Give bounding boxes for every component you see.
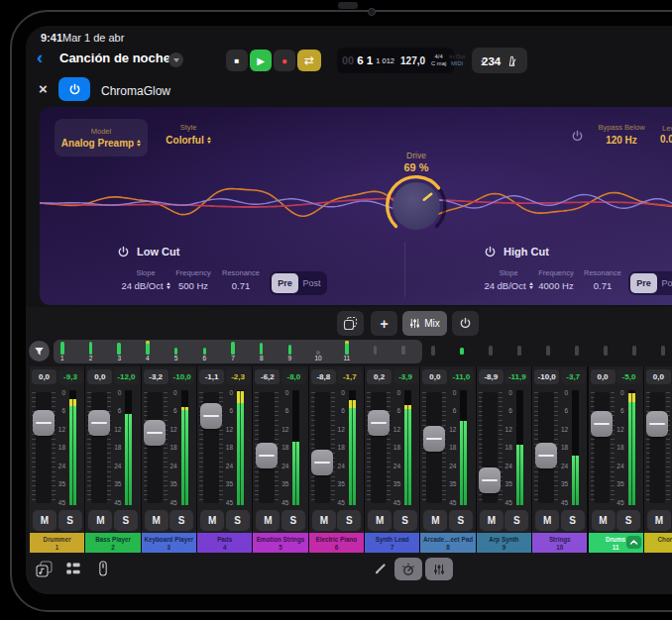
mute-button[interactable]: M (256, 510, 280, 531)
fader-handle[interactable] (33, 410, 55, 436)
volume-badge[interactable]: 0,0 (32, 369, 56, 384)
solo-button[interactable]: S (58, 510, 82, 531)
peak-level-badge[interactable]: -2,3 (226, 369, 251, 384)
volume-badge[interactable]: 0,2 (367, 369, 392, 384)
volume-badge[interactable]: -8,8 (311, 369, 336, 384)
mute-button[interactable]: M (200, 510, 224, 531)
fader-track[interactable] (649, 392, 665, 503)
fader-handle[interactable] (144, 420, 166, 446)
controls-view-button[interactable] (394, 558, 422, 580)
peak-level-badge[interactable]: -3,7 (561, 369, 586, 384)
pre-segment[interactable]: Pre (630, 273, 657, 293)
overview-channel-number[interactable]: 11 (340, 355, 354, 362)
solo-button[interactable]: S (616, 510, 640, 531)
play-button[interactable]: ▶ (250, 50, 272, 71)
style-selector[interactable]: Style Colorful (151, 123, 226, 146)
solo-button[interactable]: S (281, 510, 305, 531)
solo-button[interactable]: S (169, 510, 193, 531)
mute-button[interactable]: M (647, 510, 671, 531)
pre-segment[interactable]: Pre (272, 273, 298, 293)
volume-badge[interactable]: -6,2 (255, 369, 280, 384)
mixer-power-button[interactable] (452, 311, 479, 336)
overview-channel-number[interactable]: 3 (112, 355, 126, 362)
low-cut-resonance[interactable]: Resonance0.71 (209, 268, 273, 291)
fader-track[interactable] (314, 392, 330, 503)
lcd-display[interactable]: 00 6 1 1 012 127,0 4/4 C maj In Out MIDI (337, 48, 454, 73)
peak-level-badge[interactable]: -3,9 (393, 369, 418, 384)
mix-button[interactable]: Mix (402, 311, 447, 336)
track-name-cell[interactable]: Chorus V (644, 533, 672, 553)
overview-channel-number[interactable]: 7 (226, 355, 240, 362)
track-name-cell[interactable]: Arp Synth 9 (477, 533, 531, 553)
fader-handle[interactable] (479, 467, 501, 493)
fader-handle[interactable] (646, 411, 668, 437)
high-cut-resonance[interactable]: Resonance0.71 (571, 268, 634, 291)
post-segment[interactable]: Post (657, 273, 672, 293)
track-name-cell[interactable]: Synth Lead 7 (365, 533, 419, 553)
mute-button[interactable]: M (145, 510, 168, 531)
volume-badge[interactable]: 0,0 (591, 369, 616, 384)
peak-level-badge[interactable]: -5,0 (616, 369, 641, 384)
fader-track[interactable] (91, 392, 107, 503)
add-button[interactable]: + (371, 311, 397, 336)
level-value[interactable]: 0.0 (660, 134, 672, 145)
fader-track[interactable] (594, 392, 610, 503)
back-chevron-icon[interactable]: ‹ (37, 47, 43, 68)
fader-track[interactable] (36, 392, 52, 503)
solo-button[interactable]: S (393, 510, 417, 531)
track-name-cell[interactable]: Drummer 1 (30, 533, 84, 553)
filter-button[interactable] (29, 341, 50, 362)
drive-knob[interactable] (379, 168, 454, 244)
high-cut-power-icon[interactable] (484, 245, 497, 262)
solo-button[interactable]: S (114, 510, 138, 531)
collapse-chevron-button[interactable] (626, 536, 641, 549)
mute-button[interactable]: M (88, 510, 112, 531)
fader-handle[interactable] (311, 450, 333, 475)
fader-handle[interactable] (256, 443, 278, 468)
volume-badge[interactable]: -3,2 (144, 369, 168, 384)
solo-button[interactable]: S (561, 510, 585, 531)
mute-button[interactable]: M (423, 510, 447, 531)
fader-handle[interactable] (423, 426, 445, 452)
volume-badge[interactable]: -10,0 (534, 369, 559, 384)
overview-channel-number[interactable]: 9 (282, 355, 296, 362)
solo-button[interactable]: S (226, 510, 250, 531)
peak-level-badge[interactable]: -8,0 (281, 369, 306, 384)
peak-level-badge[interactable]: -1,7 (337, 369, 362, 384)
mute-button[interactable]: M (535, 510, 559, 531)
fader-handle[interactable] (88, 410, 110, 436)
low-cut-pre-post-toggle[interactable]: Pre Post (270, 271, 327, 295)
peak-level-badge[interactable]: -11,0 (449, 369, 474, 384)
mute-button[interactable]: M (592, 510, 616, 531)
bypass-below-control[interactable]: Bypass Below 120 Hz (591, 123, 652, 146)
peak-level-badge[interactable]: -9,3 (58, 369, 83, 384)
plugin-power-button[interactable] (58, 77, 90, 101)
track-name-cell[interactable]: Emotion Strings 5 (253, 533, 307, 553)
fader-handle[interactable] (535, 443, 557, 468)
track-name-cell[interactable]: Bass Player 2 (85, 533, 140, 553)
track-name-cell[interactable]: Keyboard Player 3 (142, 533, 196, 553)
volume-badge[interactable]: -1,1 (199, 369, 224, 384)
tracks-view-button[interactable] (63, 559, 83, 578)
track-name-cell[interactable]: Strings 10 (532, 533, 587, 553)
high-cut-pre-post-toggle[interactable]: Pre Post (628, 271, 672, 295)
overview-channel-number[interactable]: 4 (141, 355, 155, 362)
volume-badge[interactable]: 0,0 (87, 369, 112, 384)
solo-button[interactable]: S (337, 510, 361, 531)
stop-button[interactable]: ■ (226, 50, 248, 71)
track-name-cell[interactable]: Pads 4 (197, 533, 252, 553)
solo-button[interactable]: S (449, 510, 473, 531)
overview-channel-number[interactable]: 1 (56, 355, 69, 362)
model-selector[interactable]: Model Analog Preamp (55, 119, 148, 156)
peak-level-badge[interactable]: -11,9 (504, 369, 529, 384)
fader-view-button[interactable] (93, 559, 113, 578)
mute-button[interactable]: M (312, 510, 336, 531)
close-plugin-icon[interactable]: × (39, 80, 48, 97)
peak-level-badge[interactable]: -10,0 (169, 369, 194, 384)
duplicate-button[interactable] (337, 311, 364, 336)
fader-handle[interactable] (591, 411, 613, 437)
fader-handle[interactable] (200, 403, 222, 429)
track-name-cell[interactable]: Drums 11 (589, 533, 643, 553)
volume-badge[interactable]: -8,9 (479, 369, 504, 384)
track-name-cell[interactable]: Arcade…eet Pad 8 (420, 533, 475, 553)
